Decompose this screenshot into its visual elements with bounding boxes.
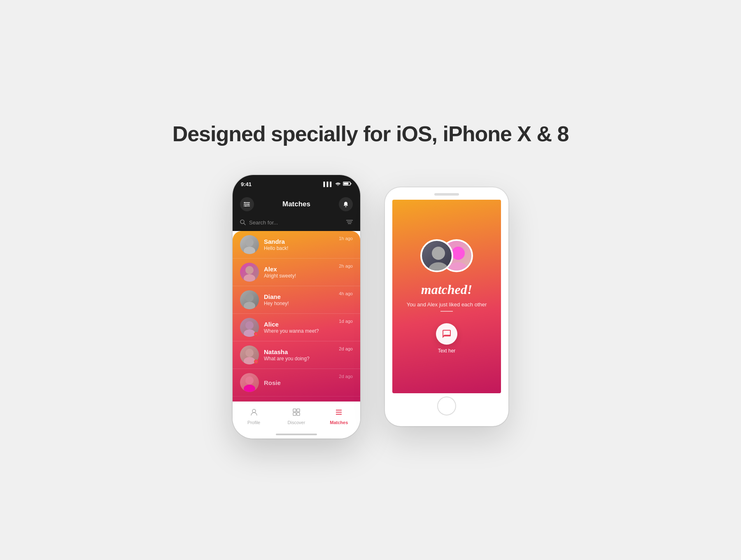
- svg-rect-2: [351, 183, 352, 184]
- matched-title: matched!: [421, 282, 472, 297]
- svg-point-39: [432, 247, 445, 260]
- chat-name-alice: Alice: [264, 321, 334, 328]
- chat-info-diane: Diane Hey honey!: [264, 293, 334, 306]
- avatar-wrap-rosie: [240, 373, 259, 392]
- chat-msg-alice: Where you wanna meet?: [264, 328, 334, 334]
- chat-time-alice: 1d ago: [339, 319, 353, 324]
- chat-list: Sandra Hello back! 1h ago Alex Alright s…: [233, 231, 360, 401]
- online-dot-alice: [254, 332, 258, 336]
- phones-container: 9:41 ▌▌▌: [233, 175, 508, 439]
- bell-icon-button[interactable]: [339, 197, 353, 211]
- text-her-circle: [436, 323, 457, 345]
- chat-msg-natasha: What are you doing?: [264, 356, 334, 362]
- chat-info-rosie: Rosie: [264, 379, 334, 386]
- svg-point-5: [245, 205, 247, 207]
- svg-rect-33: [293, 413, 296, 415]
- avatar-wrap-alex: [240, 263, 259, 282]
- chat-info-alex: Alex Alright sweety!: [264, 266, 334, 279]
- chat-item-alice[interactable]: Alice Where you wanna meet? 1d ago: [233, 314, 360, 341]
- filter-lines-icon[interactable]: [346, 219, 353, 226]
- chat-msg-alex: Alright sweety!: [264, 273, 334, 279]
- chat-time-natasha: 2d ago: [339, 346, 353, 351]
- tab-profile-label: Profile: [247, 420, 260, 425]
- search-bar: Search for...: [233, 215, 360, 231]
- iphone-8: matched! You and Alex just liked each ot…: [385, 187, 508, 426]
- tab-matches[interactable]: Matches: [318, 408, 360, 425]
- tab-discover[interactable]: Discover: [275, 408, 317, 425]
- match-avatar-male: [420, 239, 453, 272]
- svg-point-23: [244, 302, 255, 309]
- profile-icon: [250, 408, 258, 418]
- svg-point-4: [248, 204, 249, 205]
- tab-bar: Profile Discover: [233, 401, 360, 431]
- svg-point-25: [244, 329, 255, 337]
- svg-point-29: [244, 385, 255, 392]
- avatar-sandra: [240, 235, 259, 254]
- status-time: 9:41: [241, 181, 252, 187]
- match-avatars: [420, 239, 473, 272]
- chat-time-alex: 2h ago: [339, 264, 353, 268]
- text-her-button[interactable]: Text her: [436, 323, 457, 354]
- iphone-x: 9:41 ▌▌▌: [233, 175, 360, 439]
- avatar-wrap-sandra: [240, 235, 259, 254]
- header-title: Matches: [282, 200, 310, 208]
- chat-item-sandra[interactable]: Sandra Hello back! 1h ago: [233, 231, 360, 259]
- tab-matches-label: Matches: [330, 420, 348, 425]
- avatar-wrap-natasha: [240, 345, 259, 364]
- chat-item-alex[interactable]: Alex Alright sweety! 2h ago: [233, 259, 360, 286]
- chat-item-rosie[interactable]: Rosie 2d ago: [233, 369, 360, 397]
- home-bar: [276, 434, 317, 435]
- chat-name-sandra: Sandra: [264, 238, 334, 245]
- home-indicator: [233, 431, 360, 439]
- chat-time-diane: 4h ago: [339, 291, 353, 296]
- tab-profile[interactable]: Profile: [233, 408, 275, 425]
- filter-icon-button[interactable]: [240, 197, 254, 211]
- svg-point-19: [244, 247, 255, 254]
- chat-name-natasha: Natasha: [264, 348, 334, 355]
- speaker: [434, 193, 459, 196]
- wifi-icon: [335, 182, 341, 187]
- avatar-diane: [240, 290, 259, 309]
- discover-icon: [292, 408, 301, 418]
- chat-item-diane[interactable]: Diane Hey honey! 4h ago: [233, 286, 360, 314]
- svg-point-30: [252, 409, 256, 413]
- search-placeholder: Search for...: [249, 219, 278, 226]
- chat-item-natasha[interactable]: Natasha What are you doing? 2d ago: [233, 341, 360, 369]
- matched-subtitle: You and Alex just liked each other: [407, 301, 487, 308]
- matches-icon: [335, 408, 343, 418]
- chat-time-rosie: 2d ago: [339, 374, 353, 379]
- x-header: Matches: [233, 193, 360, 215]
- match-content: matched! You and Alex just liked each ot…: [392, 200, 501, 393]
- chat-name-diane: Diane: [264, 293, 334, 300]
- home-button[interactable]: [437, 397, 456, 415]
- svg-point-21: [244, 274, 255, 282]
- matched-divider: [440, 311, 453, 312]
- svg-point-22: [245, 294, 254, 302]
- signal-icon: ▌▌▌: [324, 182, 333, 187]
- status-bar: 9:41 ▌▌▌: [233, 175, 360, 193]
- tab-discover-label: Discover: [288, 420, 305, 425]
- chat-msg-sandra: Hello back!: [264, 245, 334, 251]
- svg-point-27: [244, 357, 255, 364]
- svg-rect-32: [297, 409, 300, 412]
- svg-rect-34: [297, 413, 300, 415]
- svg-point-18: [245, 238, 254, 247]
- page-title: Designed specially for iOS, iPhone X & 8: [172, 121, 569, 146]
- avatar-alex: [240, 263, 259, 282]
- svg-point-3: [245, 202, 246, 203]
- svg-point-12: [345, 206, 347, 207]
- svg-rect-1: [344, 183, 349, 185]
- svg-point-24: [245, 321, 254, 329]
- online-dot-natasha: [254, 359, 258, 364]
- chat-info-sandra: Sandra Hello back!: [264, 238, 334, 251]
- avatar-wrap-alice: [240, 318, 259, 337]
- chat-info-natasha: Natasha What are you doing?: [264, 348, 334, 362]
- svg-point-20: [245, 266, 254, 274]
- avatar-rosie: [240, 373, 259, 392]
- svg-point-26: [245, 349, 254, 357]
- chat-name-alex: Alex: [264, 266, 334, 273]
- battery-icon: [343, 182, 352, 187]
- chat-name-rosie: Rosie: [264, 379, 334, 386]
- match-screen: matched! You and Alex just liked each ot…: [392, 200, 501, 393]
- svg-rect-31: [293, 409, 296, 412]
